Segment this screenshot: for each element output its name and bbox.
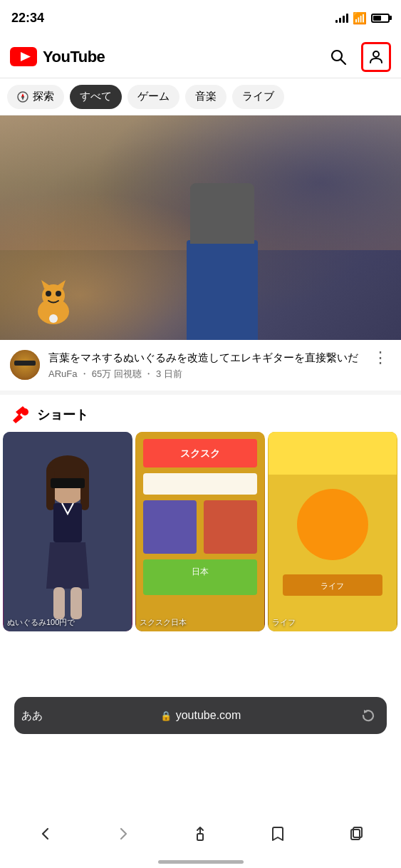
video-text: 言葉をマネするぬいぐるみを改造してエレキギターを直接繋いだ ARuFa ・ 65… bbox=[48, 350, 361, 381]
svg-line-3 bbox=[341, 59, 346, 64]
refresh-icon bbox=[360, 708, 376, 723]
tab-music-label: 音楽 bbox=[195, 90, 217, 103]
compass-icon bbox=[17, 91, 28, 103]
short-2-figure: スクスク 日本 bbox=[135, 432, 265, 631]
svg-rect-34 bbox=[269, 432, 397, 475]
shorts-icon bbox=[10, 405, 30, 425]
svg-text:ライフ: ライフ bbox=[321, 582, 344, 590]
youtube-logo-icon bbox=[10, 47, 37, 66]
video-age: 3 日前 bbox=[156, 368, 182, 379]
forward-icon bbox=[115, 826, 131, 842]
status-icons: 📶 bbox=[335, 11, 390, 25]
share-button[interactable] bbox=[184, 818, 216, 849]
status-time: 22:34 bbox=[11, 11, 44, 26]
tab-game-label: ゲーム bbox=[137, 90, 170, 103]
tab-live-label: ライブ bbox=[242, 90, 274, 103]
bottom-nav bbox=[0, 814, 401, 854]
svg-rect-22 bbox=[53, 503, 82, 542]
youtube-logo-text: YouTube bbox=[43, 48, 105, 66]
svg-rect-24 bbox=[71, 587, 82, 619]
svg-rect-23 bbox=[53, 587, 65, 619]
svg-rect-39 bbox=[197, 834, 203, 840]
tab-all[interactable]: すべて bbox=[70, 85, 122, 109]
svg-point-35 bbox=[297, 489, 368, 560]
more-options-button[interactable]: ⋮ bbox=[370, 350, 391, 366]
tab-all-label: すべて bbox=[80, 90, 112, 103]
view-count: 65万 回視聴 bbox=[92, 368, 142, 379]
featured-video-thumbnail[interactable] bbox=[0, 115, 401, 340]
tab-music[interactable]: 音楽 bbox=[185, 85, 226, 109]
header-icons bbox=[327, 42, 391, 72]
refresh-button[interactable] bbox=[357, 704, 380, 727]
logo-area: YouTube bbox=[10, 47, 105, 66]
tab-explore-label: 探索 bbox=[33, 90, 54, 103]
bookmarks-button[interactable] bbox=[262, 818, 293, 849]
svg-rect-29 bbox=[204, 500, 257, 554]
tab-explore[interactable]: 探索 bbox=[7, 85, 64, 109]
home-indicator bbox=[158, 860, 244, 864]
short-1-figure bbox=[3, 432, 132, 631]
browser-aa-label[interactable]: ああ bbox=[21, 709, 44, 723]
svg-rect-28 bbox=[143, 500, 197, 554]
short-3-figure: ライフ bbox=[268, 432, 397, 631]
back-button[interactable] bbox=[30, 818, 61, 849]
short-item-2[interactable]: スクスク 日本 スクスク日本 bbox=[135, 432, 265, 631]
svg-point-10 bbox=[46, 291, 51, 296]
svg-point-15 bbox=[21, 408, 28, 415]
channel-name: ARuFa bbox=[48, 368, 77, 379]
browser-url-area[interactable]: 🔒 youtube.com bbox=[50, 709, 351, 722]
account-button[interactable] bbox=[361, 42, 391, 72]
filter-tabs: 探索 すべて ゲーム 音楽 ライブ bbox=[0, 78, 401, 115]
person-silhouette bbox=[187, 240, 258, 340]
short-item-1[interactable]: ぬいぐるみ100円で bbox=[3, 432, 132, 631]
short-item-3[interactable]: ライフ ライフ bbox=[268, 432, 397, 631]
channel-avatar[interactable] bbox=[10, 350, 40, 380]
tabs-icon bbox=[348, 826, 363, 842]
video-title[interactable]: 言葉をマネするぬいぐるみを改造してエレキギターを直接繋いだ bbox=[48, 350, 361, 365]
short-2-text: スクスク日本 bbox=[140, 617, 261, 627]
shorts-header: ショート bbox=[0, 395, 401, 432]
tab-game[interactable]: ゲーム bbox=[127, 85, 179, 109]
svg-point-11 bbox=[56, 291, 61, 296]
short-1-text: ぬいぐるみ100円で bbox=[7, 617, 128, 627]
forward-button[interactable] bbox=[108, 818, 139, 849]
share-icon bbox=[192, 826, 208, 842]
svg-point-14 bbox=[49, 314, 58, 323]
browser-bar: ああ 🔒 youtube.com bbox=[14, 697, 387, 734]
dot-separator: ・ bbox=[80, 368, 92, 379]
dot-separator-2: ・ bbox=[144, 368, 156, 379]
avatar-bar bbox=[14, 361, 35, 366]
video-info: 言葉をマネするぬいぐるみを改造してエレキギターを直接繋いだ ARuFa ・ 65… bbox=[0, 340, 401, 395]
svg-text:日本: 日本 bbox=[192, 567, 209, 577]
svg-text:スクスク: スクスク bbox=[180, 448, 220, 459]
short-3-text: ライフ bbox=[272, 617, 393, 627]
lock-icon: 🔒 bbox=[160, 711, 172, 721]
signal-icon bbox=[335, 13, 348, 23]
svg-rect-19 bbox=[46, 467, 55, 510]
video-meta: ARuFa ・ 65万 回視聴 ・ 3 日前 bbox=[48, 368, 361, 381]
wifi-icon: 📶 bbox=[353, 11, 367, 25]
svg-rect-20 bbox=[80, 467, 89, 510]
bookmarks-icon bbox=[270, 826, 286, 842]
account-icon bbox=[368, 48, 385, 66]
back-icon bbox=[38, 826, 53, 842]
browser-url: youtube.com bbox=[176, 709, 241, 722]
svg-marker-7 bbox=[21, 96, 24, 100]
shorts-label: ショート bbox=[37, 406, 88, 423]
search-button[interactable] bbox=[327, 46, 350, 68]
tab-live[interactable]: ライブ bbox=[232, 85, 284, 109]
svg-rect-27 bbox=[143, 473, 257, 495]
svg-rect-21 bbox=[51, 478, 85, 488]
search-icon bbox=[329, 48, 348, 66]
shorts-row: ぬいぐるみ100円で スクスク 日本 スクスク日本 ライフ ライフ bbox=[0, 432, 401, 631]
header: YouTube bbox=[0, 36, 401, 78]
svg-point-4 bbox=[373, 51, 379, 57]
battery-icon bbox=[371, 14, 390, 23]
svg-rect-30 bbox=[143, 559, 257, 595]
status-bar: 22:34 📶 bbox=[0, 0, 401, 36]
tabs-button[interactable] bbox=[340, 818, 371, 849]
cat-toy-figure bbox=[28, 276, 78, 326]
